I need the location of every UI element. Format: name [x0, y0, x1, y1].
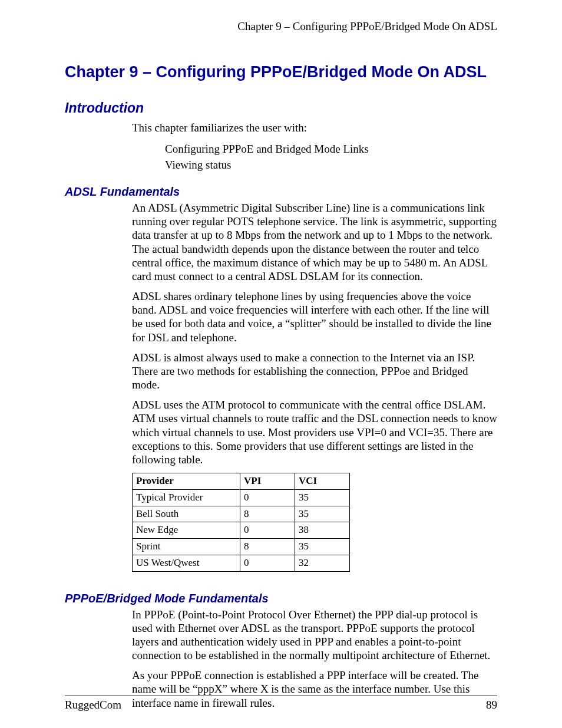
intro-bullet: Viewing status	[165, 157, 497, 173]
intro-bullet: Configuring PPPoE and Bridged Mode Links	[165, 141, 497, 157]
chapter-title: Chapter 9 – Configuring PPPoE/Bridged Mo…	[65, 62, 497, 83]
table-row: US West/Qwest 0 32	[133, 555, 350, 571]
cell-vpi: 0	[240, 555, 295, 571]
footer-brand: RuggedCom	[65, 699, 121, 711]
table-row: New Edge 0 38	[133, 522, 350, 539]
paragraph: ADSL uses the ATM protocol to communicat…	[132, 398, 497, 466]
col-header-vci: VCI	[295, 473, 350, 490]
intro-lead: This chapter familiarizes the user with:	[132, 121, 497, 134]
provider-table: Provider VPI VCI Typical Provider 0 35 B…	[132, 473, 350, 571]
cell-provider: Bell South	[133, 506, 240, 522]
table-row: Bell South 8 35	[133, 506, 350, 522]
section-adsl-heading: ADSL Fundamentals	[65, 185, 497, 199]
paragraph: ADSL is almost always used to make a con…	[132, 351, 497, 392]
running-header: Chapter 9 – Configuring PPPoE/Bridged Mo…	[65, 20, 497, 33]
table-row: Sprint 8 35	[133, 539, 350, 555]
paragraph: ADSL shares ordinary telephone lines by …	[132, 289, 497, 344]
paragraph: In PPPoE (Point-to-Point Protocol Over E…	[132, 608, 497, 663]
cell-vci: 32	[295, 555, 350, 571]
section-intro-heading: Introduction	[65, 100, 497, 116]
cell-vci: 35	[295, 489, 350, 506]
col-header-vpi: VPI	[240, 473, 295, 490]
page-footer: RuggedCom 89	[65, 696, 497, 711]
cell-vci: 35	[295, 539, 350, 555]
cell-vpi: 8	[240, 539, 295, 555]
cell-vci: 38	[295, 522, 350, 539]
cell-provider: Typical Provider	[133, 489, 240, 506]
intro-bullet-list: Configuring PPPoE and Bridged Mode Links…	[165, 141, 497, 173]
col-header-provider: Provider	[133, 473, 240, 490]
cell-vci: 35	[295, 506, 350, 522]
section-pppoe-heading: PPPoE/Bridged Mode Fundamentals	[65, 592, 497, 605]
table-row: Typical Provider 0 35	[133, 489, 350, 506]
cell-provider: New Edge	[133, 522, 240, 539]
cell-vpi: 0	[240, 489, 295, 506]
page-number: 89	[486, 699, 497, 711]
cell-provider: Sprint	[133, 539, 240, 555]
table-header-row: Provider VPI VCI	[133, 473, 350, 490]
cell-provider: US West/Qwest	[133, 555, 240, 571]
cell-vpi: 0	[240, 522, 295, 539]
cell-vpi: 8	[240, 506, 295, 522]
paragraph: An ADSL (Asymmetric Digital Subscriber L…	[132, 201, 497, 283]
